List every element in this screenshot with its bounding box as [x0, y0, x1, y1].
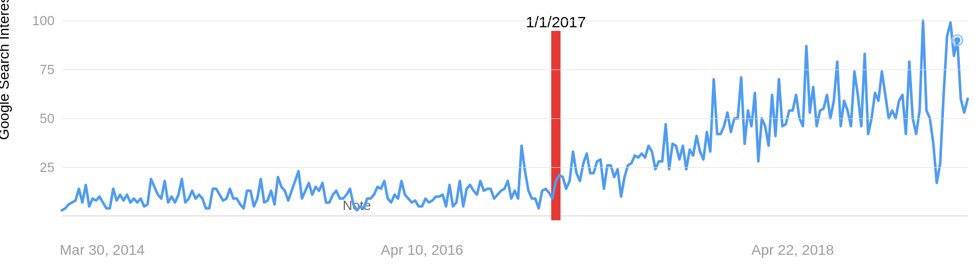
- x-tick-label: Mar 30, 2014: [60, 242, 145, 258]
- grid-line: [62, 118, 968, 119]
- y-tick-label: 25: [40, 160, 62, 176]
- grid-line: [62, 21, 968, 21]
- y-tick-label: 75: [40, 62, 62, 78]
- y-axis-label: Google Search Interest: [0, 0, 12, 140]
- grid-line: [62, 69, 968, 70]
- plot-area: 1/1/2017 Note Mar 30, 2014Apr 10, 2016Ap…: [62, 21, 968, 216]
- y-tick-label: 50: [40, 111, 62, 127]
- x-tick-label: Apr 22, 2018: [751, 242, 834, 258]
- grid-line: [62, 167, 968, 168]
- chart-container: Google Search Interest 1/1/2017 Note Mar…: [0, 0, 980, 280]
- y-tick-label: 100: [32, 13, 62, 29]
- last-point-marker-icon: [954, 37, 960, 43]
- x-tick-label: Apr 10, 2016: [381, 242, 463, 258]
- line-series: [62, 21, 968, 211]
